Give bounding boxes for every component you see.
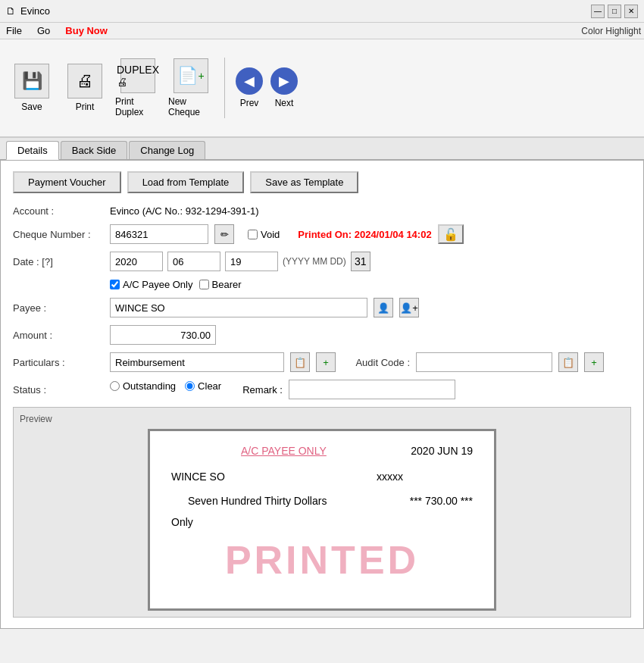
bearer-label: Bearer — [199, 279, 242, 290]
account-row: Account : Evinco (A/C No.: 932-1294-391-… — [13, 205, 631, 217]
status-outstanding-label: Outstanding — [110, 380, 176, 392]
save-icon: 💾 — [14, 64, 49, 99]
menu-buy-now[interactable]: Buy Now — [62, 25, 111, 36]
date-row: Date : [?] (YYYY MM DD) 31 — [13, 252, 631, 271]
date-inputs: (YYYY MM DD) 31 — [110, 252, 370, 271]
toolbar-separator — [224, 58, 225, 118]
date-year-input[interactable] — [110, 252, 163, 271]
status-row: Status : Outstanding Clear Remark : — [13, 380, 631, 399]
particulars-add-icon[interactable]: + — [316, 352, 336, 372]
date-label: Date : [?] — [13, 256, 104, 267]
titlebar: 🗋 Evinco — □ ✕ — [0, 0, 644, 23]
amount-label: Amount : — [13, 330, 104, 341]
payment-voucher-button[interactable]: Payment Voucher — [13, 171, 121, 193]
tab-change-log[interactable]: Change Log — [129, 141, 205, 159]
particulars-label: Particulars : — [13, 357, 104, 368]
next-button[interactable]: ▶ Next — [270, 67, 298, 108]
cheque-number-row: Cheque Number : ✏ Void Printed On: 2024/… — [13, 224, 631, 244]
tab-details[interactable]: Details — [6, 141, 59, 160]
date-format-label: (YYYY MM DD) — [283, 256, 346, 267]
lock-button[interactable]: 🔓 — [438, 224, 464, 244]
date-month-input[interactable] — [167, 252, 220, 271]
preview-printed-stamp: PRINTED — [225, 537, 419, 583]
prev-button[interactable]: ◀ Prev — [236, 67, 263, 108]
print-icon: 🖨 — [67, 64, 102, 99]
menu-go[interactable]: Go — [34, 25, 53, 36]
preview-amount-num: *** 730.00 *** — [410, 495, 473, 507]
toolbar: 💾 Save 🖨 Print DUPLEX🖨 Print Duplex 📄+ N… — [0, 39, 644, 138]
maximize-button[interactable]: □ — [608, 5, 621, 18]
save-template-button[interactable]: Save as Template — [250, 171, 358, 193]
payee-search-icon[interactable]: 👤 — [374, 298, 393, 317]
status-outstanding-radio[interactable] — [110, 381, 120, 391]
minimize-button[interactable]: — — [591, 5, 605, 18]
preview-section: Preview A/C PAYEE ONLY 2020 JUN 19 WINCE… — [13, 407, 631, 618]
load-template-button[interactable]: Load from Template — [127, 171, 245, 193]
cheque-number-label: Cheque Number : — [13, 229, 104, 240]
status-label: Status : — [13, 384, 104, 396]
amount-input[interactable] — [110, 325, 216, 345]
tab-back-side[interactable]: Back Side — [61, 141, 128, 159]
status-options: Outstanding Clear — [110, 380, 221, 392]
new-cheque-button[interactable]: 📄+ New Cheque — [168, 58, 214, 117]
ac-payee-only-checkbox[interactable] — [110, 280, 120, 289]
payee-add-icon[interactable]: 👤+ — [399, 298, 419, 317]
titlebar-left: 🗋 Evinco — [6, 5, 50, 17]
save-button[interactable]: 💾 Save — [9, 64, 55, 112]
preview-ac-payee: A/C PAYEE ONLY — [241, 445, 327, 457]
close-button[interactable]: ✕ — [624, 5, 638, 18]
action-buttons: Payment Voucher Load from Template Save … — [13, 171, 631, 193]
preview-only: Only — [171, 516, 193, 528]
preview-amount-words: Seven Hundred Thirty Dollars — [188, 495, 327, 507]
menu-file[interactable]: File — [3, 25, 25, 36]
cheque-number-input[interactable] — [110, 224, 208, 244]
app-icon: 🗋 — [6, 5, 16, 17]
preview-label: Preview — [20, 414, 624, 424]
cheque-preview: A/C PAYEE ONLY 2020 JUN 19 WINCE SO xxxx… — [148, 429, 496, 611]
menubar-left: File Go Buy Now — [3, 25, 111, 36]
preview-payee: WINCE SO — [171, 471, 225, 483]
printed-on-label: Printed On: 2024/01/04 14:02 — [298, 229, 431, 240]
app-title: Evinco — [20, 5, 50, 17]
payee-input[interactable] — [110, 298, 367, 317]
void-checkbox-row: Void — [248, 229, 280, 240]
bearer-checkbox[interactable] — [199, 280, 209, 289]
next-icon: ▶ — [270, 67, 298, 95]
account-value: Evinco (A/C No.: 932-1294-391-1) — [110, 205, 259, 217]
payee-row: Payee : 👤 👤+ — [13, 298, 631, 317]
payee-options-row: A/C Payee Only Bearer — [110, 279, 631, 290]
audit-code-label: Audit Code : — [342, 357, 410, 368]
menubar: File Go Buy Now Color Highlight — [0, 23, 644, 39]
void-label: Void — [261, 229, 280, 240]
status-clear-label: Clear — [185, 380, 221, 392]
main-content: Payment Voucher Load from Template Save … — [0, 160, 644, 629]
account-label: Account : — [13, 205, 104, 217]
prev-icon: ◀ — [236, 67, 263, 95]
audit-add-icon[interactable]: + — [584, 352, 604, 372]
payee-label: Payee : — [13, 302, 104, 314]
amount-row: Amount : — [13, 325, 631, 345]
particulars-input[interactable] — [110, 352, 284, 372]
new-cheque-icon: 📄+ — [174, 58, 208, 93]
audit-copy-icon[interactable]: 📋 — [558, 352, 578, 372]
tabs: Details Back Side Change Log — [0, 138, 644, 160]
particulars-copy-icon[interactable]: 📋 — [290, 352, 310, 372]
preview-xxxxx: xxxxx — [377, 471, 403, 483]
void-checkbox[interactable] — [248, 230, 258, 239]
print-duplex-icon: DUPLEX🖨 — [120, 58, 155, 93]
particulars-row: Particulars : 📋 + Audit Code : 📋 + — [13, 352, 631, 372]
titlebar-controls: — □ ✕ — [591, 5, 638, 18]
date-day-input[interactable] — [225, 252, 278, 271]
audit-code-input[interactable] — [416, 352, 552, 372]
status-clear-radio[interactable] — [185, 381, 195, 391]
calendar-button[interactable]: 31 — [351, 252, 370, 271]
color-highlight-label: Color Highlight — [581, 26, 641, 36]
ac-payee-only-label: A/C Payee Only — [110, 279, 193, 290]
preview-date: 2020 JUN 19 — [411, 445, 473, 457]
cheque-edit-icon[interactable]: ✏ — [214, 224, 234, 244]
remark-label: Remark : — [242, 384, 283, 396]
print-duplex-button[interactable]: DUPLEX🖨 Print Duplex — [115, 58, 161, 117]
remark-input[interactable] — [289, 380, 455, 399]
print-button[interactable]: 🖨 Print — [62, 64, 108, 112]
